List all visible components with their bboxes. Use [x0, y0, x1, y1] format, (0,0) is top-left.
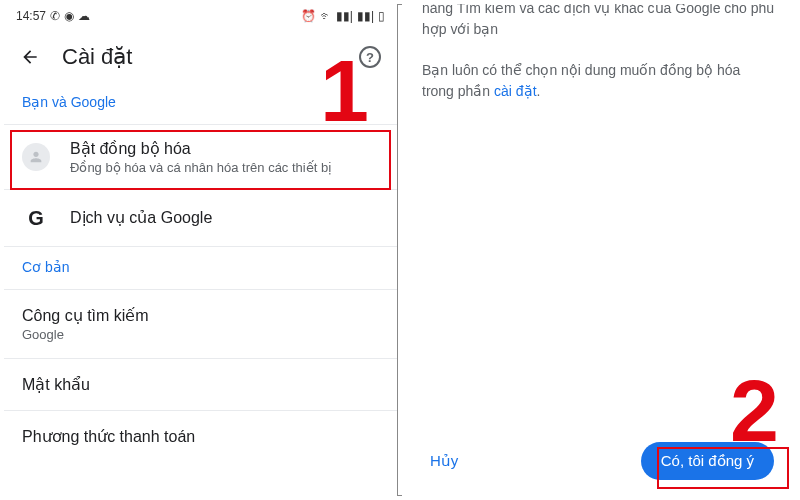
passwords-title: Mật khẩu — [22, 375, 379, 394]
section-you-and-google: Bạn và Google — [4, 82, 397, 124]
settings-link[interactable]: cài đặt — [494, 83, 536, 99]
alarm-icon: ⏰ — [301, 9, 316, 23]
status-bar: 14:57 ✆ ◉ ☁ ⏰ ᯤ ▮▮| ▮▮| ▯ — [4, 4, 397, 28]
signal2-icon: ▮▮| — [357, 9, 374, 23]
search-engine-row[interactable]: Công cụ tìm kiếm Google — [4, 289, 397, 359]
section-basics: Cơ bản — [4, 247, 397, 289]
help-icon: ? — [366, 50, 374, 65]
header: Cài đặt ? — [4, 28, 397, 82]
google-services-title: Dịch vụ của Google — [70, 208, 379, 227]
agree-button[interactable]: Có, tôi đồng ý — [641, 442, 774, 480]
phone-icon: ✆ — [50, 9, 60, 23]
settings-screen: 14:57 ✆ ◉ ☁ ⏰ ᯤ ▮▮| ▮▮| ▯ Cài đặt ? Bạn … — [4, 4, 398, 496]
sync-title: Bật đồng bộ hóa — [70, 139, 379, 158]
chat-icon: ☁ — [78, 9, 90, 23]
search-engine-title: Công cụ tìm kiếm — [22, 306, 379, 325]
passwords-row[interactable]: Mật khẩu — [4, 359, 397, 411]
payment-title: Phương thức thanh toán — [22, 427, 379, 446]
sync-subtitle: Đồng bộ hóa và cá nhân hóa trên các thiế… — [70, 160, 379, 175]
avatar-placeholder-icon — [22, 143, 50, 171]
wifi-icon: ᯤ — [320, 9, 332, 23]
sync-consent-screen: năng Tìm kiếm và các dịch vụ khác của Go… — [402, 4, 796, 496]
enable-sync-row[interactable]: Bật đồng bộ hóa Đồng bộ hóa và cá nhân h… — [4, 124, 397, 190]
consent-cut-text: năng Tìm kiếm và các dịch vụ khác của Go… — [422, 4, 776, 40]
signal-icon: ▮▮| — [336, 9, 353, 23]
help-button[interactable]: ? — [359, 46, 381, 68]
payment-methods-row[interactable]: Phương thức thanh toán — [4, 411, 397, 462]
page-title: Cài đặt — [62, 44, 337, 70]
arrow-left-icon — [20, 47, 40, 67]
messenger-icon: ◉ — [64, 9, 74, 23]
google-g-icon: G — [28, 207, 44, 230]
consent-button-bar: Hủy Có, tôi đồng ý — [402, 442, 796, 480]
battery-icon: ▯ — [378, 9, 385, 23]
consent-body: Bạn luôn có thể chọn nội dung muốn đồng … — [422, 60, 776, 102]
cancel-button[interactable]: Hủy — [424, 442, 464, 480]
google-services-row[interactable]: G Dịch vụ của Google — [4, 190, 397, 247]
search-engine-value: Google — [22, 327, 379, 342]
status-time: 14:57 — [16, 9, 46, 23]
back-button[interactable] — [20, 47, 40, 67]
